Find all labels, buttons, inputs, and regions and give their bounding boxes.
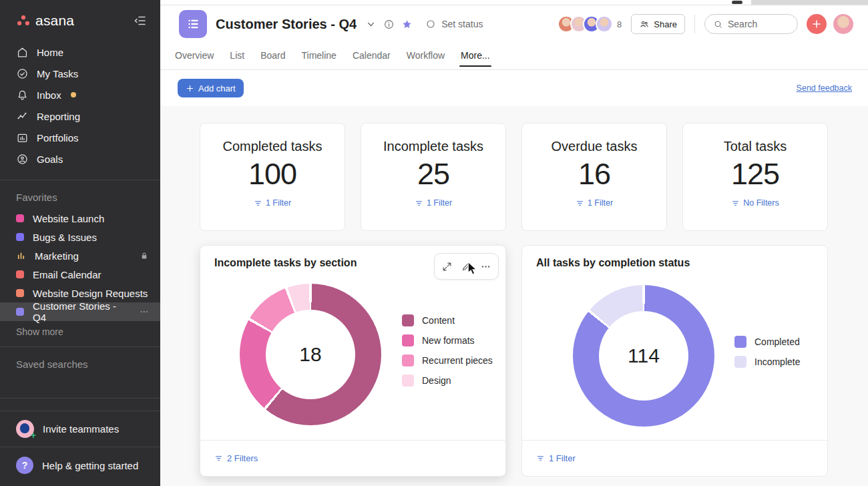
sidebar-item-home[interactable]: Home (0, 41, 160, 63)
app-root: asana HomeMy TasksInboxReportingPortfoli… (0, 0, 868, 486)
stat-card-total-tasks[interactable]: Total tasks125No Filters (682, 123, 828, 231)
chart-footer: 2 Filters (200, 440, 505, 476)
people-icon (639, 19, 650, 29)
main-area: Customer Stories - Q4 Set status 8 Share (160, 0, 868, 486)
sidebar-item-portfolios[interactable]: Portfolios (0, 127, 160, 148)
dashboard-content: Completed tasks1001 FilterIncomplete tas… (160, 106, 868, 486)
legend-label: New formats (422, 335, 475, 346)
chart-card-0[interactable]: Incomplete tasks by section18ContentNew … (200, 245, 506, 477)
project-color-dot (16, 270, 24, 278)
expand-button[interactable] (437, 256, 457, 276)
sidebar-item-label: Goals (37, 154, 63, 165)
stat-card-overdue-tasks[interactable]: Overdue tasks161 Filter (521, 123, 667, 231)
profile-avatar[interactable] (833, 14, 853, 34)
dashboard-toolbar: Add chart Send feedback (160, 70, 868, 106)
member-avatar[interactable] (596, 15, 613, 33)
send-feedback-link[interactable]: Send feedback (797, 83, 852, 93)
filter-icon (214, 454, 223, 463)
chart-card-1[interactable]: All tasks by completion status114Complet… (521, 245, 828, 477)
help-button[interactable]: ? Help & getting started (0, 447, 160, 486)
divider (0, 398, 160, 411)
share-label: Share (654, 19, 677, 29)
chart-filter-link[interactable]: 2 Filters (214, 453, 258, 463)
unread-dot (71, 92, 76, 97)
stat-card-completed-tasks[interactable]: Completed tasks1001 Filter (200, 123, 345, 231)
favorites-label: Favorites (0, 180, 160, 209)
show-more-link[interactable]: Show more (0, 321, 160, 341)
favorite-item-email-calendar[interactable]: Email Calendar (0, 265, 160, 284)
create-button[interactable] (807, 14, 827, 34)
favorite-item-label: Bugs & Issues (33, 232, 97, 243)
project-options-icon[interactable] (139, 306, 150, 317)
invite-teammates-label: Invite teammates (43, 423, 119, 435)
stat-card-filter-link[interactable]: 1 Filter (254, 198, 291, 208)
filter-icon (254, 199, 262, 208)
project-color-dot (16, 308, 24, 316)
page-title: Customer Stories - Q4 (216, 17, 357, 32)
favorite-item-label: Website Design Requests (33, 288, 148, 299)
stat-card-filter-link[interactable]: 1 Filter (576, 198, 613, 208)
tab-workflow[interactable]: Workflow (407, 43, 445, 69)
set-status-button[interactable]: Set status (425, 19, 483, 29)
stat-card-filter-link[interactable]: 1 Filter (415, 198, 452, 208)
filter-label: No Filters (743, 198, 779, 208)
lock-icon (139, 250, 150, 261)
donut-chart[interactable]: 18 (240, 284, 381, 425)
invite-teammates-button[interactable]: Invite teammates (0, 411, 160, 447)
sidebar-item-my-tasks[interactable]: My Tasks (0, 63, 160, 84)
favorite-item-website-design-requests[interactable]: Website Design Requests (0, 284, 160, 302)
legend-label: Content (422, 315, 455, 326)
info-icon[interactable] (383, 19, 395, 30)
sidebar-item-reporting[interactable]: Reporting (0, 105, 160, 127)
project-icon[interactable] (179, 10, 207, 38)
legend-label: Design (422, 375, 451, 386)
tab-calendar[interactable]: Calendar (353, 43, 391, 69)
favorite-item-website-launch[interactable]: Website Launch (0, 209, 160, 228)
favorite-item-marketing[interactable]: Marketing (0, 246, 160, 265)
sidebar-item-label: My Tasks (37, 68, 78, 79)
legend-label: Recurrent pieces (422, 355, 493, 366)
stat-card-title: Completed tasks (223, 139, 322, 154)
share-button[interactable]: Share (631, 14, 685, 34)
sidebar: asana HomeMy TasksInboxReportingPortfoli… (0, 0, 160, 486)
progress-remaining (751, 0, 868, 5)
search-input[interactable] (728, 19, 789, 29)
tab-overview[interactable]: Overview (175, 43, 214, 69)
project-tabs: OverviewListBoardTimelineCalendarWorkflo… (160, 43, 868, 70)
chart-filter-link[interactable]: 1 Filter (536, 453, 576, 463)
legend-swatch (734, 336, 746, 348)
stat-card-value: 100 (248, 156, 296, 192)
tab-more[interactable]: More... (461, 43, 490, 69)
tab-list[interactable]: List (230, 43, 244, 69)
add-chart-button[interactable]: Add chart (178, 79, 244, 97)
asana-logo[interactable]: asana (16, 13, 74, 29)
member-avatars[interactable] (558, 15, 613, 33)
mouse-cursor (465, 260, 481, 277)
donut-chart[interactable]: 114 (573, 285, 714, 427)
line-chart-icon (16, 110, 29, 123)
filter-label: 1 Filter (588, 198, 613, 208)
search-box[interactable] (704, 14, 798, 34)
sidebar-item-goals[interactable]: Goals (0, 148, 160, 170)
stat-card-incomplete-tasks[interactable]: Incomplete tasks251 Filter (361, 123, 506, 231)
list-icon (184, 15, 202, 33)
asana-logo-text: asana (35, 13, 74, 29)
stat-card-filter-link[interactable]: No Filters (731, 198, 779, 208)
favorite-item-label: Email Calendar (33, 269, 101, 280)
tab-board[interactable]: Board (260, 43, 285, 69)
sidebar-item-inbox[interactable]: Inbox (0, 84, 160, 105)
legend-swatch (402, 334, 414, 346)
divider (694, 15, 695, 33)
collapse-sidebar-icon[interactable] (132, 13, 148, 29)
legend-label: Incomplete (754, 356, 800, 367)
legend-item: Recurrent pieces (402, 354, 493, 367)
favorite-item-bugs-issues[interactable]: Bugs & Issues (0, 228, 160, 246)
invite-avatar-icon (16, 420, 34, 438)
question-icon: ? (16, 457, 33, 474)
filter-icon (536, 454, 545, 463)
stat-card-value: 16 (578, 156, 610, 192)
tab-timeline[interactable]: Timeline (302, 43, 337, 69)
star-icon[interactable] (401, 19, 413, 30)
favorite-item-customer-stories-q4[interactable]: Customer Stories - Q4 (0, 302, 160, 321)
chevron-down-icon[interactable] (365, 19, 377, 30)
